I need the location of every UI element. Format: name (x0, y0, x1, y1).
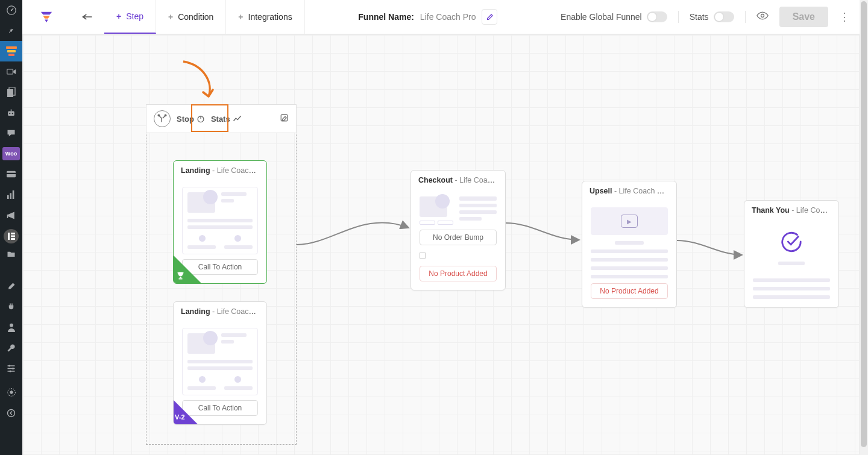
checkbox-icon (420, 253, 426, 259)
ab-toolbar: Stop Stats (146, 104, 297, 133)
svg-rect-11 (7, 195, 9, 199)
node-upsell[interactable]: Upsell - Life Coach Up… ▶ No Product Add… (582, 181, 677, 308)
global-funnel-toggle[interactable]: Enable Global Funnel (561, 11, 667, 22)
connector-arrow-icon (297, 204, 417, 252)
order-bump-pill: No Order Bump (420, 230, 497, 245)
stats-toggle[interactable]: Stats (690, 11, 734, 22)
tab-integrations[interactable]: +Integrations (226, 0, 304, 34)
svg-rect-10 (7, 173, 16, 174)
power-icon (197, 115, 205, 123)
plugins-icon[interactable] (0, 297, 22, 317)
funnel-title-block: Funnel Name: Life Coach Pro (305, 0, 551, 34)
split-icon[interactable] (154, 110, 171, 127)
collapse-icon[interactable] (0, 403, 22, 423)
scrollbar-thumb[interactable] (861, 1, 867, 447)
wp-admin-sidebar: Woo (0, 0, 22, 455)
svg-rect-14 (8, 233, 10, 240)
svg-rect-17 (11, 238, 15, 240)
svg-rect-5 (8, 111, 14, 116)
funnel-canvas[interactable]: Stop Stats Landing - Life Coach Lan… (22, 34, 860, 455)
no-product-warning: No Product Added (591, 283, 668, 299)
annotation-arrow-icon (177, 59, 225, 107)
dashboard-icon[interactable] (0, 0, 22, 20)
play-icon: ▶ (621, 215, 638, 228)
trophy-icon (176, 271, 185, 282)
more-menu-button[interactable]: ⋮ (839, 10, 850, 24)
node-landing-a[interactable]: Landing - Life Coach Lan… Call T (173, 160, 267, 284)
edit-funnel-name-button[interactable] (482, 9, 497, 25)
check-circle-icon (780, 230, 803, 253)
app-logo (22, 0, 71, 34)
node-thankyou[interactable]: Thank You - Life Coach Tha… (744, 200, 839, 308)
node-landing-b[interactable]: Landing - Life Coach Lan… Call T (173, 301, 267, 425)
svg-point-7 (12, 113, 13, 114)
svg-point-26 (10, 391, 13, 394)
no-product-warning: No Product Added (420, 266, 497, 281)
elementor-icon[interactable] (4, 229, 19, 243)
ab-stop-button[interactable]: Stop (177, 115, 205, 124)
svg-point-27 (8, 409, 15, 416)
tools-icon[interactable] (0, 337, 22, 358)
settings-icon[interactable] (0, 358, 22, 378)
settings2-icon[interactable] (0, 382, 22, 403)
node-title: Checkout - Life Coach Ch… (411, 171, 505, 190)
node-title: Thank You - Life Coach Tha… (744, 201, 838, 221)
node-title: Landing - Life Coach Lan… (174, 161, 266, 181)
preview-icon[interactable] (756, 11, 769, 22)
svg-rect-16 (11, 236, 15, 237)
top-header: +Step +Condition +Integrations Funnel Na… (22, 0, 860, 34)
connector-arrow-icon (677, 237, 749, 261)
ab-edit-button[interactable] (280, 113, 289, 124)
svg-rect-4 (7, 89, 13, 97)
tab-condition[interactable]: +Condition (156, 0, 226, 34)
svg-rect-8 (11, 109, 12, 111)
users-icon[interactable] (0, 317, 22, 337)
analytics-icon[interactable] (0, 184, 22, 205)
svg-point-18 (10, 323, 13, 327)
line-chart-icon (233, 115, 242, 122)
node-title: Upsell - Life Coach Up… (582, 181, 676, 201)
pages-icon[interactable] (0, 82, 22, 102)
variant-badge: V-2 (174, 400, 198, 424)
svg-point-1 (10, 10, 11, 11)
appearance-icon[interactable] (0, 276, 22, 297)
svg-point-24 (10, 370, 11, 372)
svg-point-30 (165, 115, 166, 116)
svg-rect-2 (7, 69, 13, 74)
save-button[interactable]: Save (779, 7, 828, 27)
node-checkout[interactable]: Checkout - Life Coach Ch… No Order B (410, 170, 506, 290)
winner-badge (174, 256, 201, 283)
svg-rect-12 (10, 193, 11, 199)
ab-test-group: Stop Stats Landing - Life Coach Lan… (146, 104, 297, 445)
templates-icon[interactable] (0, 243, 22, 264)
svg-point-28 (761, 14, 764, 17)
toggle-off-icon (647, 11, 667, 22)
pin-icon[interactable] (0, 20, 22, 41)
funnel-name-label: Funnel Name: (358, 12, 414, 22)
scrollbar-track (860, 0, 868, 455)
comments-icon[interactable] (0, 123, 22, 143)
svg-point-6 (9, 113, 10, 114)
svg-point-23 (12, 368, 14, 369)
svg-point-29 (158, 115, 159, 116)
tab-step[interactable]: +Step (104, 0, 156, 34)
svg-point-22 (8, 365, 10, 366)
connector-arrow-icon (506, 216, 587, 252)
card-icon[interactable] (0, 164, 22, 184)
svg-rect-15 (11, 233, 15, 234)
funnel-builder-icon[interactable] (0, 41, 22, 61)
toggle-off-icon (714, 11, 734, 22)
svg-rect-13 (12, 190, 14, 199)
woo-icon[interactable]: Woo (2, 147, 20, 160)
ab-stats-button[interactable]: Stats (211, 115, 242, 124)
bot-icon[interactable] (0, 102, 22, 123)
marketing-icon[interactable] (0, 205, 22, 225)
media-icon[interactable] (0, 61, 22, 82)
back-button[interactable] (71, 0, 104, 34)
header-right: Enable Global Funnel Stats Save ⋮ (551, 0, 860, 34)
node-title: Landing - Life Coach Lan… (174, 302, 266, 322)
funnel-name-value: Life Coach Pro (420, 12, 476, 22)
